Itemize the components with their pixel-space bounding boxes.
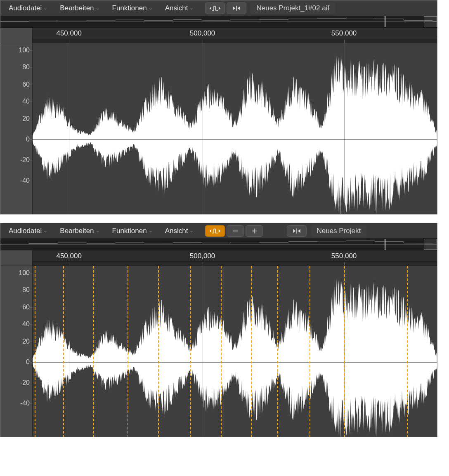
ruler-top[interactable]: 450,000500,000550,000 (33, 28, 437, 43)
waveform-svg (33, 43, 437, 214)
ruler-bottom[interactable]: 450,000500,000550,000 (33, 250, 437, 266)
transient-edit-icon (210, 5, 220, 12)
transient-marker[interactable] (190, 266, 191, 437)
transient-edit-button[interactable] (205, 225, 225, 237)
overview-strip-top[interactable] (0, 16, 437, 28)
menu-functions[interactable]: Funktionen⌵ (106, 2, 158, 14)
menu-label: Bearbeiten (60, 4, 94, 12)
amplitude-axis-top: 100806040200-20-40 (0, 43, 33, 214)
y-tick-label: 100 (19, 47, 30, 54)
chevron-down-icon: ⌵ (97, 229, 99, 233)
transient-marker[interactable] (277, 266, 278, 437)
menu-label: Bearbeiten (60, 227, 94, 235)
chevron-down-icon: ⌵ (190, 6, 193, 10)
menu-label: Audiodatei (9, 227, 42, 235)
transient-marker[interactable] (407, 266, 408, 437)
menu-view[interactable]: Ansicht⌵ (159, 225, 199, 237)
callout-line-v (128, 412, 128, 437)
transient-marker[interactable] (128, 266, 128, 437)
ruler-tick-label: 500,000 (190, 29, 215, 38)
transient-marker[interactable] (251, 266, 252, 437)
transient-marker[interactable] (221, 266, 222, 437)
ruler-tick-label: 550,000 (331, 29, 357, 38)
transient-edit-icon (210, 227, 220, 235)
audio-editor-pane-bottom: Audiodatei⌵ Bearbeiten⌵ Funktionen⌵ Ansi… (0, 223, 437, 437)
menu-functions[interactable]: Funktionen⌵ (106, 225, 158, 237)
audio-editor-pane-top: Audiodatei⌵ Bearbeiten⌵ Funktionen⌵ Ansi… (0, 0, 437, 214)
file-name-label: Neues Projekt_1#02.aif (250, 2, 335, 14)
waveform-area-top: 100806040200-20-40 (0, 43, 437, 214)
ruler-tick-label: 450,000 (56, 29, 81, 38)
menu-audiofile[interactable]: Audiodatei⌵ (3, 2, 52, 14)
y-tick-label: -40 (20, 400, 30, 407)
chevron-down-icon: ⌵ (149, 229, 152, 233)
y-tick-label: -40 (20, 177, 30, 184)
overview-waveform (0, 16, 437, 27)
menu-label: Audiodatei (9, 4, 42, 12)
overview-playhead[interactable] (385, 239, 385, 250)
waveform-area-bottom: 100806040200-20-40 (0, 266, 437, 437)
transient-marker[interactable] (35, 266, 35, 437)
waveform-canvas-top[interactable] (33, 43, 437, 214)
overview-strip-bottom[interactable] (0, 239, 437, 250)
snap-to-transient-button[interactable] (227, 2, 246, 14)
snap-icon (231, 5, 242, 12)
menu-label: Ansicht (165, 4, 188, 12)
y-tick-label: 100 (19, 269, 30, 277)
waveform-canvas-bottom[interactable] (33, 266, 437, 437)
overview-view-window[interactable] (424, 239, 437, 250)
toolbar-top: Audiodatei⌵ Bearbeiten⌵ Funktionen⌵ Ansi… (0, 0, 437, 16)
transient-edit-button[interactable] (205, 2, 225, 14)
minus-icon (231, 228, 239, 234)
snap-to-transient-button[interactable] (287, 225, 307, 237)
chevron-down-icon: ⌵ (149, 6, 152, 10)
plus-icon (250, 228, 258, 234)
menu-view[interactable]: Ansicht⌵ (159, 2, 199, 14)
add-transient-button[interactable] (246, 225, 263, 237)
chevron-down-icon: ⌵ (190, 229, 193, 233)
remove-transient-button[interactable] (227, 225, 244, 237)
transient-marker[interactable] (63, 266, 64, 437)
y-tick-label: -20 (20, 156, 30, 164)
menu-audiofile[interactable]: Audiodatei⌵ (3, 225, 52, 237)
transient-marker[interactable] (310, 266, 310, 437)
menu-label: Funktionen (112, 227, 147, 235)
chevron-down-icon: ⌵ (97, 6, 99, 10)
chevron-down-icon: ⌵ (44, 229, 47, 233)
transient-marker[interactable] (158, 266, 159, 437)
transient-marker[interactable] (344, 266, 345, 437)
menu-edit[interactable]: Bearbeiten⌵ (54, 2, 104, 14)
ruler-tick-label: 450,000 (56, 252, 81, 260)
ruler-tick-label: 550,000 (331, 252, 357, 260)
transient-marker[interactable] (93, 266, 94, 437)
y-tick-label: -20 (20, 379, 30, 386)
overview-playhead[interactable] (385, 16, 385, 27)
overview-view-window[interactable] (424, 16, 437, 27)
chevron-down-icon: ⌵ (44, 6, 47, 10)
file-name-label: Neues Projekt (311, 225, 366, 237)
menu-label: Ansicht (165, 227, 188, 235)
overview-waveform (0, 239, 437, 250)
menu-label: Funktionen (112, 4, 147, 12)
amplitude-axis-bottom: 100806040200-20-40 (0, 266, 33, 437)
menu-edit[interactable]: Bearbeiten⌵ (54, 225, 104, 237)
ruler-tick-label: 500,000 (190, 252, 215, 260)
toolbar-bottom: Audiodatei⌵ Bearbeiten⌵ Funktionen⌵ Ansi… (0, 223, 437, 239)
snap-icon (291, 227, 302, 235)
